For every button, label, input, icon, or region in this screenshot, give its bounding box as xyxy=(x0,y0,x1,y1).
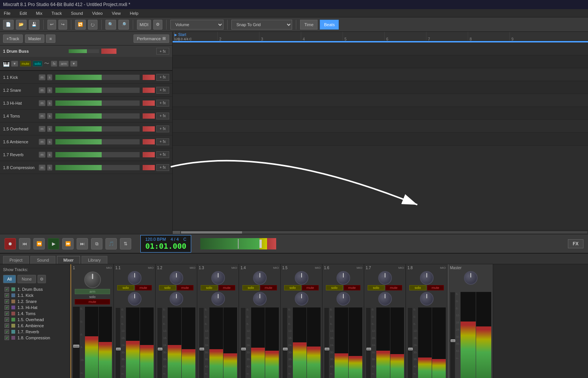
master-volume-meter[interactable] xyxy=(200,238,276,249)
master-menu-btn[interactable]: ≡ xyxy=(46,35,55,43)
hihat-mute[interactable]: m xyxy=(39,100,46,106)
mixer-track-drum-buss[interactable]: ✓ 1. Drum Buss xyxy=(3,286,67,292)
ch-1-2-fader[interactable] xyxy=(157,307,162,378)
snare-fader[interactable] xyxy=(55,88,140,93)
reverb-fx[interactable]: + fx xyxy=(156,151,169,158)
compression-fader[interactable] xyxy=(55,165,140,170)
mixer-track-overhead[interactable]: ✓ 1.5. Overhead xyxy=(3,317,67,323)
check-kick[interactable]: ✓ xyxy=(5,293,9,298)
metronome-btn[interactable]: 🎵 xyxy=(105,238,117,249)
kick-fader[interactable] xyxy=(55,75,140,80)
ch-drum-buss-vert-fader[interactable] xyxy=(73,307,80,378)
ch-1-7-mute-btn[interactable]: mute xyxy=(385,285,402,290)
ch-1-8-fader[interactable] xyxy=(407,307,413,378)
volume-dropdown[interactable]: Volume xyxy=(170,20,223,30)
menu-mix[interactable]: Mix xyxy=(34,10,45,16)
drum-buss-expand[interactable]: ▼ xyxy=(11,61,18,67)
kick-mute[interactable]: m xyxy=(39,74,46,80)
ch-1-7-solo-btn[interactable]: solo xyxy=(368,285,384,290)
scroll-track[interactable] xyxy=(181,231,587,234)
ch-1-5-solo-btn[interactable]: solo xyxy=(284,285,301,290)
menu-edit[interactable]: Edit xyxy=(17,10,29,16)
rewind-start-btn[interactable]: ⏮ xyxy=(19,238,30,249)
time-btn[interactable]: Time xyxy=(300,20,318,30)
fx-main-btn[interactable]: FX xyxy=(568,239,583,248)
ch-1-6-pan-knob[interactable] xyxy=(336,271,350,285)
new-btn[interactable]: 📄 xyxy=(3,20,14,30)
ch-1-4-pan-knob[interactable] xyxy=(253,271,267,285)
mixer-track-kick[interactable]: ✓ 1.1. Kick xyxy=(3,292,67,298)
ch-1-6-solo-btn[interactable]: solo xyxy=(326,285,343,290)
check-ambience[interactable]: ✓ xyxy=(5,323,9,328)
overhead-mute[interactable]: m xyxy=(39,126,46,132)
compression-mute[interactable]: m xyxy=(39,165,46,171)
hihat-fx[interactable]: + fx xyxy=(156,100,169,107)
performance-btn[interactable]: Performance ⊞ xyxy=(134,35,169,43)
menu-file[interactable]: File xyxy=(2,10,13,16)
ambience-fx[interactable]: + fx xyxy=(156,138,169,145)
tab-sound[interactable]: Sound xyxy=(30,256,55,264)
mixer-track-ambience[interactable]: ✓ 1.6. Ambience xyxy=(3,323,67,329)
loop-btn[interactable]: 🔁 xyxy=(75,20,86,30)
check-overhead[interactable]: ✓ xyxy=(5,317,9,322)
kick-fx[interactable]: + fx xyxy=(156,74,169,81)
tab-project[interactable]: Project xyxy=(3,256,29,264)
ch-drum-buss-mute-btn[interactable]: mute xyxy=(75,299,110,304)
ch-1-4-vol-knob[interactable] xyxy=(253,292,267,306)
ch-1-7-pan-knob[interactable] xyxy=(378,271,392,285)
snare-fx[interactable]: + fx xyxy=(156,87,169,94)
ch-1-6-fader[interactable] xyxy=(324,307,329,378)
save-btn[interactable]: 💾 xyxy=(29,20,39,30)
zoom-btn[interactable]: 🔎 xyxy=(118,20,129,30)
search-btn[interactable]: 🔍 xyxy=(105,20,116,30)
mixer-btn[interactable]: ⇅ xyxy=(120,238,131,249)
ch-1-8-solo-btn[interactable]: solo xyxy=(409,285,426,290)
menu-video[interactable]: Video xyxy=(90,10,105,16)
toms-mute[interactable]: m xyxy=(39,113,46,119)
ch-1-4-solo-btn[interactable]: solo xyxy=(242,285,259,290)
timeline-tracks[interactable] xyxy=(173,42,588,230)
tab-library[interactable]: Library xyxy=(82,256,107,264)
drum-buss-fx-btn[interactable]: + fx xyxy=(156,48,169,55)
drum-buss-fx2[interactable]: fx xyxy=(51,61,57,67)
tab-mixer[interactable]: Mixer xyxy=(57,256,80,264)
all-tracks-btn[interactable]: All xyxy=(3,275,16,283)
ch-1-3-solo-btn[interactable]: solo xyxy=(201,285,217,290)
redo-btn[interactable]: ↪ xyxy=(58,20,67,30)
snap-dropdown[interactable]: Snap To Grid xyxy=(231,20,292,30)
drum-buss-dropdown[interactable]: ▼ xyxy=(70,61,77,67)
menu-sound[interactable]: Sound xyxy=(69,10,85,16)
ch-1-4-mute-btn[interactable]: mute xyxy=(260,285,277,290)
menu-track[interactable]: Track xyxy=(49,10,64,16)
drum-buss-solo[interactable]: solo xyxy=(33,61,43,67)
toms-fx[interactable]: + fx xyxy=(156,113,169,119)
snare-solo[interactable]: s xyxy=(47,87,53,93)
ch-1-2-pan-knob[interactable] xyxy=(170,271,183,285)
mixer-track-compression[interactable]: ✓ 1.8. Compression xyxy=(3,335,67,341)
toms-solo[interactable]: s xyxy=(47,113,53,119)
scroll-thumb[interactable] xyxy=(181,231,242,234)
ch-1-8-vol-knob[interactable] xyxy=(420,292,434,306)
ch-master-pan-knob[interactable] xyxy=(464,271,478,285)
ambience-solo[interactable]: s xyxy=(47,139,53,145)
check-compression[interactable]: ✓ xyxy=(5,336,9,340)
ch-1-6-vol-knob[interactable] xyxy=(336,292,350,306)
ch-1-4-fader[interactable] xyxy=(241,307,246,378)
ch-1-1-solo-btn[interactable]: solo xyxy=(117,285,134,290)
overhead-solo[interactable]: s xyxy=(47,126,53,132)
ambience-mute[interactable]: m xyxy=(39,139,46,145)
compression-fx[interactable]: + fx xyxy=(156,164,169,171)
meter-handle[interactable] xyxy=(259,240,262,248)
open-btn[interactable]: 📂 xyxy=(16,20,27,30)
ch-1-2-vol-knob[interactable] xyxy=(170,292,183,306)
ch-drum-buss-arm-btn[interactable]: arm xyxy=(75,289,110,294)
check-snare[interactable]: ✓ xyxy=(5,299,9,304)
kick-solo[interactable]: s xyxy=(47,74,53,80)
ch-1-7-fader[interactable] xyxy=(366,307,371,378)
ch-1-7-vol-knob[interactable] xyxy=(378,292,392,306)
mixer-track-hihat[interactable]: ✓ 1.3. Hi-Hat xyxy=(3,304,67,311)
timeline-scrollbar[interactable] xyxy=(173,230,588,234)
loop2-btn[interactable]: ⭮ xyxy=(88,20,97,30)
ambience-fader[interactable] xyxy=(55,139,140,144)
drum-buss-vol-slider[interactable] xyxy=(69,49,99,53)
